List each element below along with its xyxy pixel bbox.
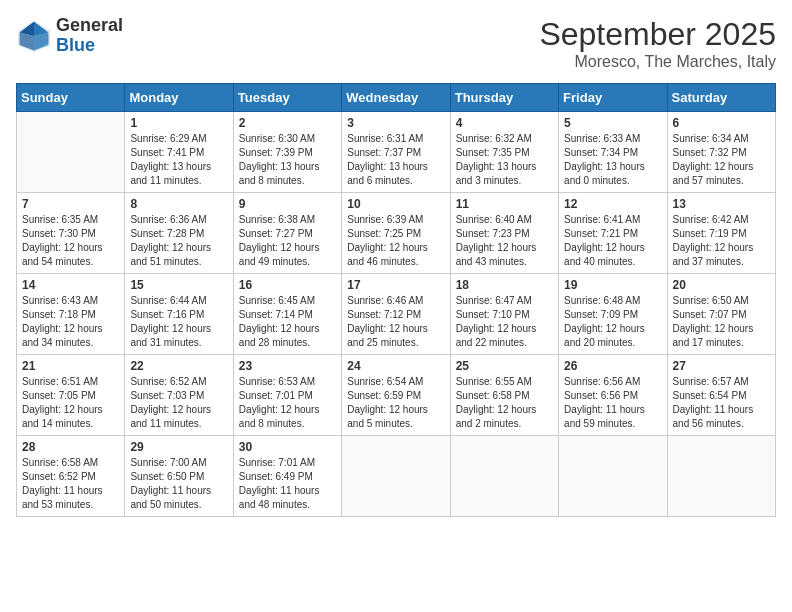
logo: General Blue (16, 16, 123, 56)
calendar-cell: 22Sunrise: 6:52 AMSunset: 7:03 PMDayligh… (125, 355, 233, 436)
day-number: 21 (22, 359, 119, 373)
column-header-monday: Monday (125, 84, 233, 112)
calendar-cell (667, 436, 775, 517)
day-number: 15 (130, 278, 227, 292)
day-number: 29 (130, 440, 227, 454)
cell-content: Sunrise: 6:45 AMSunset: 7:14 PMDaylight:… (239, 294, 336, 350)
day-number: 3 (347, 116, 444, 130)
calendar-cell: 17Sunrise: 6:46 AMSunset: 7:12 PMDayligh… (342, 274, 450, 355)
cell-content: Sunrise: 6:48 AMSunset: 7:09 PMDaylight:… (564, 294, 661, 350)
location: Moresco, The Marches, Italy (539, 53, 776, 71)
day-number: 17 (347, 278, 444, 292)
day-number: 26 (564, 359, 661, 373)
calendar-cell: 29Sunrise: 7:00 AMSunset: 6:50 PMDayligh… (125, 436, 233, 517)
calendar-cell: 15Sunrise: 6:44 AMSunset: 7:16 PMDayligh… (125, 274, 233, 355)
cell-content: Sunrise: 7:01 AMSunset: 6:49 PMDaylight:… (239, 456, 336, 512)
cell-content: Sunrise: 6:50 AMSunset: 7:07 PMDaylight:… (673, 294, 770, 350)
day-number: 11 (456, 197, 553, 211)
cell-content: Sunrise: 6:41 AMSunset: 7:21 PMDaylight:… (564, 213, 661, 269)
column-header-wednesday: Wednesday (342, 84, 450, 112)
column-header-tuesday: Tuesday (233, 84, 341, 112)
day-number: 2 (239, 116, 336, 130)
calendar-cell: 11Sunrise: 6:40 AMSunset: 7:23 PMDayligh… (450, 193, 558, 274)
day-number: 20 (673, 278, 770, 292)
calendar-week-row: 7Sunrise: 6:35 AMSunset: 7:30 PMDaylight… (17, 193, 776, 274)
calendar-cell (17, 112, 125, 193)
calendar-cell: 12Sunrise: 6:41 AMSunset: 7:21 PMDayligh… (559, 193, 667, 274)
calendar-cell: 18Sunrise: 6:47 AMSunset: 7:10 PMDayligh… (450, 274, 558, 355)
calendar-cell: 5Sunrise: 6:33 AMSunset: 7:34 PMDaylight… (559, 112, 667, 193)
day-number: 25 (456, 359, 553, 373)
cell-content: Sunrise: 7:00 AMSunset: 6:50 PMDaylight:… (130, 456, 227, 512)
day-number: 16 (239, 278, 336, 292)
day-number: 13 (673, 197, 770, 211)
cell-content: Sunrise: 6:44 AMSunset: 7:16 PMDaylight:… (130, 294, 227, 350)
calendar-cell: 27Sunrise: 6:57 AMSunset: 6:54 PMDayligh… (667, 355, 775, 436)
calendar-cell: 7Sunrise: 6:35 AMSunset: 7:30 PMDaylight… (17, 193, 125, 274)
cell-content: Sunrise: 6:39 AMSunset: 7:25 PMDaylight:… (347, 213, 444, 269)
cell-content: Sunrise: 6:53 AMSunset: 7:01 PMDaylight:… (239, 375, 336, 431)
calendar-cell: 14Sunrise: 6:43 AMSunset: 7:18 PMDayligh… (17, 274, 125, 355)
cell-content: Sunrise: 6:52 AMSunset: 7:03 PMDaylight:… (130, 375, 227, 431)
calendar-week-row: 28Sunrise: 6:58 AMSunset: 6:52 PMDayligh… (17, 436, 776, 517)
day-number: 27 (673, 359, 770, 373)
day-number: 28 (22, 440, 119, 454)
day-number: 12 (564, 197, 661, 211)
day-number: 30 (239, 440, 336, 454)
calendar-cell: 6Sunrise: 6:34 AMSunset: 7:32 PMDaylight… (667, 112, 775, 193)
cell-content: Sunrise: 6:38 AMSunset: 7:27 PMDaylight:… (239, 213, 336, 269)
day-number: 14 (22, 278, 119, 292)
cell-content: Sunrise: 6:46 AMSunset: 7:12 PMDaylight:… (347, 294, 444, 350)
calendar-cell: 2Sunrise: 6:30 AMSunset: 7:39 PMDaylight… (233, 112, 341, 193)
cell-content: Sunrise: 6:43 AMSunset: 7:18 PMDaylight:… (22, 294, 119, 350)
logo-general: General (56, 16, 123, 36)
day-number: 22 (130, 359, 227, 373)
title-block: September 2025 Moresco, The Marches, Ita… (539, 16, 776, 71)
day-number: 24 (347, 359, 444, 373)
calendar-cell: 4Sunrise: 6:32 AMSunset: 7:35 PMDaylight… (450, 112, 558, 193)
calendar-cell (342, 436, 450, 517)
day-number: 19 (564, 278, 661, 292)
calendar-cell: 23Sunrise: 6:53 AMSunset: 7:01 PMDayligh… (233, 355, 341, 436)
day-number: 9 (239, 197, 336, 211)
calendar-cell: 28Sunrise: 6:58 AMSunset: 6:52 PMDayligh… (17, 436, 125, 517)
day-number: 23 (239, 359, 336, 373)
calendar-cell: 24Sunrise: 6:54 AMSunset: 6:59 PMDayligh… (342, 355, 450, 436)
calendar-cell (559, 436, 667, 517)
cell-content: Sunrise: 6:58 AMSunset: 6:52 PMDaylight:… (22, 456, 119, 512)
calendar-cell: 1Sunrise: 6:29 AMSunset: 7:41 PMDaylight… (125, 112, 233, 193)
cell-content: Sunrise: 6:40 AMSunset: 7:23 PMDaylight:… (456, 213, 553, 269)
column-header-friday: Friday (559, 84, 667, 112)
cell-content: Sunrise: 6:32 AMSunset: 7:35 PMDaylight:… (456, 132, 553, 188)
calendar-week-row: 21Sunrise: 6:51 AMSunset: 7:05 PMDayligh… (17, 355, 776, 436)
cell-content: Sunrise: 6:51 AMSunset: 7:05 PMDaylight:… (22, 375, 119, 431)
day-number: 6 (673, 116, 770, 130)
cell-content: Sunrise: 6:35 AMSunset: 7:30 PMDaylight:… (22, 213, 119, 269)
cell-content: Sunrise: 6:55 AMSunset: 6:58 PMDaylight:… (456, 375, 553, 431)
cell-content: Sunrise: 6:31 AMSunset: 7:37 PMDaylight:… (347, 132, 444, 188)
logo-text: General Blue (56, 16, 123, 56)
page-header: General Blue September 2025 Moresco, The… (16, 16, 776, 71)
calendar-cell: 30Sunrise: 7:01 AMSunset: 6:49 PMDayligh… (233, 436, 341, 517)
cell-content: Sunrise: 6:57 AMSunset: 6:54 PMDaylight:… (673, 375, 770, 431)
calendar-cell: 3Sunrise: 6:31 AMSunset: 7:37 PMDaylight… (342, 112, 450, 193)
logo-blue: Blue (56, 36, 123, 56)
day-number: 1 (130, 116, 227, 130)
cell-content: Sunrise: 6:47 AMSunset: 7:10 PMDaylight:… (456, 294, 553, 350)
day-number: 5 (564, 116, 661, 130)
calendar-cell: 16Sunrise: 6:45 AMSunset: 7:14 PMDayligh… (233, 274, 341, 355)
calendar-cell: 26Sunrise: 6:56 AMSunset: 6:56 PMDayligh… (559, 355, 667, 436)
cell-content: Sunrise: 6:36 AMSunset: 7:28 PMDaylight:… (130, 213, 227, 269)
calendar-cell: 9Sunrise: 6:38 AMSunset: 7:27 PMDaylight… (233, 193, 341, 274)
column-header-saturday: Saturday (667, 84, 775, 112)
calendar-cell: 8Sunrise: 6:36 AMSunset: 7:28 PMDaylight… (125, 193, 233, 274)
day-number: 18 (456, 278, 553, 292)
cell-content: Sunrise: 6:54 AMSunset: 6:59 PMDaylight:… (347, 375, 444, 431)
calendar-cell: 21Sunrise: 6:51 AMSunset: 7:05 PMDayligh… (17, 355, 125, 436)
cell-content: Sunrise: 6:33 AMSunset: 7:34 PMDaylight:… (564, 132, 661, 188)
cell-content: Sunrise: 6:34 AMSunset: 7:32 PMDaylight:… (673, 132, 770, 188)
day-number: 10 (347, 197, 444, 211)
calendar-cell: 13Sunrise: 6:42 AMSunset: 7:19 PMDayligh… (667, 193, 775, 274)
day-number: 4 (456, 116, 553, 130)
calendar-header-row: SundayMondayTuesdayWednesdayThursdayFrid… (17, 84, 776, 112)
